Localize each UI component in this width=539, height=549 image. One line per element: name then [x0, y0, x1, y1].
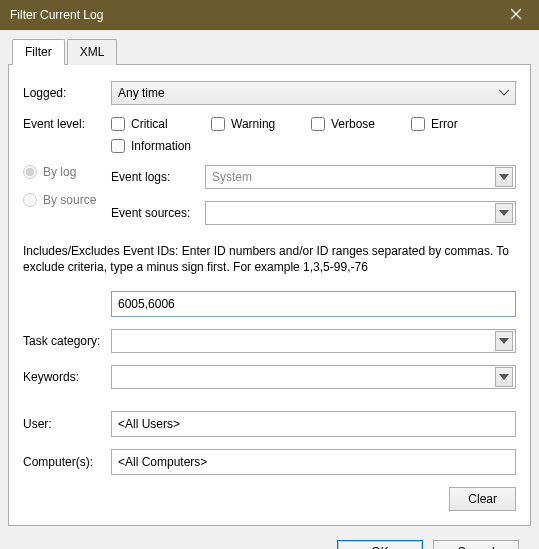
- logged-dropdown[interactable]: Any time: [111, 81, 516, 105]
- computers-label: Computer(s):: [23, 455, 111, 469]
- close-button[interactable]: [493, 0, 539, 30]
- keywords-dropdown[interactable]: [111, 365, 516, 389]
- error-checkbox[interactable]: Error: [411, 117, 511, 131]
- titlebar: Filter Current Log: [0, 0, 539, 30]
- svg-marker-3: [499, 374, 509, 380]
- eventlevel-group: Critical Warning Verbose Error Informati…: [111, 117, 516, 153]
- window-body: Filter XML Logged: Any time Event level:…: [0, 30, 539, 549]
- bysource-radio[interactable]: By source: [23, 193, 111, 207]
- logged-value: Any time: [118, 86, 165, 100]
- user-label: User:: [23, 417, 111, 431]
- chevron-down-icon: [495, 83, 513, 103]
- user-input[interactable]: [111, 411, 516, 437]
- keywords-label: Keywords:: [23, 370, 111, 384]
- logged-label: Logged:: [23, 86, 111, 100]
- chevron-down-icon: [495, 203, 513, 223]
- eventlevel-label: Event level:: [23, 117, 111, 131]
- taskcategory-dropdown[interactable]: [111, 329, 516, 353]
- warning-checkbox[interactable]: Warning: [211, 117, 311, 131]
- information-checkbox[interactable]: Information: [111, 139, 231, 153]
- computers-input[interactable]: [111, 449, 516, 475]
- tab-xml[interactable]: XML: [67, 39, 118, 65]
- svg-marker-1: [499, 210, 509, 216]
- eventlogs-dropdown[interactable]: System: [205, 165, 516, 189]
- chevron-down-icon: [495, 167, 513, 187]
- eventsources-dropdown[interactable]: [205, 201, 516, 225]
- eventlogs-label: Event logs:: [111, 170, 205, 184]
- chevron-down-icon: [495, 367, 513, 387]
- taskcategory-label: Task category:: [23, 334, 111, 348]
- tab-strip: Filter XML: [8, 38, 531, 65]
- clear-button[interactable]: Clear: [449, 487, 516, 511]
- bylog-radio[interactable]: By log: [23, 165, 111, 179]
- critical-checkbox[interactable]: Critical: [111, 117, 211, 131]
- dialog-footer: OK Cancel: [8, 526, 531, 549]
- window-title: Filter Current Log: [10, 8, 493, 22]
- close-icon: [510, 8, 522, 23]
- tab-filter[interactable]: Filter: [12, 39, 65, 65]
- eventid-input[interactable]: [111, 291, 516, 317]
- cancel-button[interactable]: Cancel: [433, 540, 519, 549]
- chevron-down-icon: [495, 331, 513, 351]
- filter-panel: Logged: Any time Event level: Critical W…: [8, 65, 531, 526]
- svg-marker-0: [499, 174, 509, 180]
- verbose-checkbox[interactable]: Verbose: [311, 117, 411, 131]
- svg-marker-2: [499, 338, 509, 344]
- eventid-instructions: Includes/Excludes Event IDs: Enter ID nu…: [23, 243, 516, 275]
- ok-button[interactable]: OK: [337, 540, 423, 549]
- eventsources-label: Event sources:: [111, 206, 205, 220]
- eventlogs-value: System: [212, 170, 252, 184]
